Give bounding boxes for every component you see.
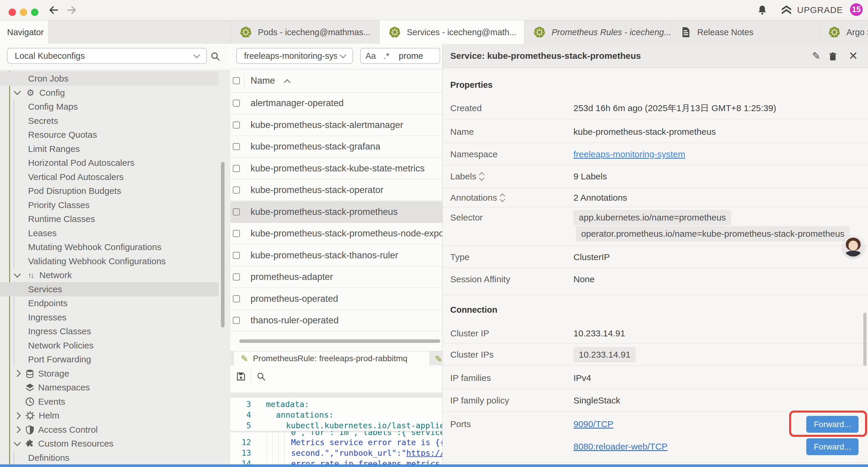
sidebar-item-pod-disruption-budgets[interactable]: Pod Disruption Budgets (0, 184, 219, 198)
close-icon[interactable]: ✕ (847, 49, 860, 62)
row-checkbox[interactable] (233, 230, 240, 237)
row-checkbox[interactable] (233, 186, 240, 194)
runbook-url-link[interactable]: https://net (406, 448, 442, 458)
sidebar-item-port-forwarding[interactable]: Port Forwarding (0, 352, 219, 367)
sidebar-item-definitions[interactable]: Definitions (0, 451, 219, 465)
sidebar-item-network[interactable]: ↑↓ Network (0, 268, 219, 282)
service-row[interactable]: kube-prometheus-stack-thanos-ruler (230, 245, 442, 266)
window-minimize-light[interactable] (20, 8, 27, 16)
sidebar-item-mutating-webhook-configurations[interactable]: Mutating Webhook Configurations (0, 240, 219, 254)
row-checkbox[interactable] (233, 165, 240, 172)
sidebar-item-limit-ranges[interactable]: Limit Ranges (0, 142, 219, 156)
window-close-light[interactable] (8, 8, 16, 16)
regex-toggle[interactable]: .* (383, 51, 389, 61)
tab-pods[interactable]: Pods - icecheng@mathmas... (231, 20, 380, 44)
service-row[interactable]: kube-prometheus-stack-alertmanager (230, 114, 442, 136)
chevron-expanded-icon[interactable] (13, 88, 21, 95)
sidebar-item-priority-classes[interactable]: Priority Classes (0, 198, 219, 212)
delete-trash-icon[interactable] (828, 51, 838, 62)
chevron-expanded-icon[interactable] (13, 439, 21, 446)
back-arrow-icon[interactable] (48, 4, 59, 16)
service-row[interactable]: prometheus-operated (230, 288, 442, 310)
sidebar-item-secrets[interactable]: Secrets (0, 114, 219, 128)
unfold-icon[interactable] (480, 173, 484, 180)
notifications-bell-icon[interactable] (756, 4, 768, 16)
sidebar-item-horizontal-pod-autoscalers[interactable]: Horizontal Pod Autoscalers (0, 156, 219, 170)
sidebar-item-network-policies[interactable]: Network Policies (0, 339, 219, 353)
chevron-expanded-icon[interactable] (13, 270, 21, 278)
sidebar-item-events[interactable]: Events (0, 395, 219, 409)
detail-scrollbar[interactable] (863, 313, 867, 366)
search-icon[interactable] (210, 52, 220, 61)
name-column-header[interactable]: Name (251, 76, 275, 86)
service-row[interactable]: prometheus-adapter (230, 266, 442, 288)
search-box[interactable]: Aa .* prome (360, 48, 440, 64)
row-checkbox[interactable] (233, 295, 240, 302)
service-row[interactable]: thanos-ruler-operated (230, 310, 442, 331)
match-case-toggle[interactable]: Aa (366, 51, 376, 61)
row-checkbox[interactable] (233, 99, 240, 107)
sidebar-item-access-control[interactable]: Access Control (0, 423, 219, 437)
sidebar-item-cron-jobs[interactable]: Cron Jobs (0, 71, 219, 86)
save-icon[interactable] (236, 371, 246, 381)
forward-arrow-icon[interactable] (66, 4, 77, 16)
row-checkbox[interactable] (233, 121, 240, 128)
sidebar-scrollbar[interactable] (221, 162, 224, 327)
port-link-9090[interactable]: 9090/TCP (574, 419, 613, 430)
namespace-select[interactable]: freeleaps-monitoring-system (236, 48, 353, 64)
sidebar-item-config-maps[interactable]: Config Maps (0, 99, 219, 114)
sidebar-item-ingress-classes[interactable]: Ingress Classes (0, 324, 219, 339)
row-checkbox[interactable] (233, 252, 240, 259)
row-checkbox[interactable] (233, 317, 240, 324)
service-row[interactable]: alertmanager-operated (230, 92, 442, 114)
service-row[interactable]: kube-prometheus-stack-kube-state-metrics (230, 158, 442, 179)
horizontal-scrollbar[interactable] (239, 339, 440, 343)
sidebar-item-config[interactable]: ⚙ Config (0, 86, 219, 100)
edit-pencil-icon[interactable]: ✎ (435, 354, 442, 364)
upgrade-button[interactable]: UPGRADE (780, 0, 843, 20)
annotations-value[interactable]: 2 Annotations (574, 193, 627, 203)
row-checkbox[interactable] (233, 143, 240, 150)
tab-release-notes[interactable]: Release Notes (671, 20, 819, 44)
sidebar-item-leases[interactable]: Leases (0, 226, 219, 240)
service-row[interactable]: kube-prometheus-stack-prometheus-node-ex… (230, 223, 442, 244)
tab-services[interactable]: Services - icecheng@math... ✕ (380, 20, 524, 44)
kubeconfig-select[interactable]: Local Kubeconfigs (7, 48, 207, 64)
sidebar-item-validating-webhook-configurations[interactable]: Validating Webhook Configurations (0, 254, 219, 268)
sidebar-item-runtime-classes[interactable]: Runtime Classes (0, 212, 219, 226)
row-checkbox[interactable] (233, 208, 240, 215)
sidebar-item-storage[interactable]: Storage (0, 367, 219, 381)
editor-tab-prometheusrule[interactable]: ✎ PrometheusRule: freeleaps-prod-rabbitm… (234, 351, 430, 366)
forward-button[interactable]: Forward... (806, 438, 859, 455)
sidebar-item-custom-resources[interactable]: Custom Resources (0, 437, 219, 451)
service-row[interactable]: kube-prometheus-stack-operator (230, 179, 442, 201)
row-checkbox[interactable] (233, 273, 240, 281)
unfold-icon[interactable] (500, 194, 504, 201)
assistant-avatar[interactable] (843, 236, 864, 257)
sort-ascending-icon[interactable] (284, 79, 291, 86)
namespace-link[interactable]: freeleaps-monitoring-system (574, 149, 685, 159)
labels-value[interactable]: 9 Labels (574, 171, 607, 182)
chevron-collapsed-icon[interactable] (13, 426, 21, 433)
service-row[interactable]: kube-prometheus-stack-grafana (230, 136, 442, 157)
chevron-collapsed-icon[interactable] (13, 412, 21, 419)
select-all-checkbox[interactable] (233, 77, 240, 84)
sidebar-item-vertical-pod-autoscalers[interactable]: Vertical Pod Autoscalers (0, 170, 219, 184)
window-zoom-light[interactable] (31, 8, 38, 16)
port-link-8080[interactable]: 8080:reloader-web/TCP (574, 441, 668, 452)
search-input[interactable]: prome (399, 51, 423, 61)
tab-argo[interactable]: Argo Se (819, 20, 868, 44)
editor-search-icon[interactable] (256, 372, 266, 381)
sidebar-item-endpoints[interactable]: Endpoints (0, 296, 219, 310)
sidebar-item-helm[interactable]: Helm (0, 408, 219, 423)
sidebar-item-ingresses[interactable]: Ingresses (0, 310, 219, 324)
sidebar-item-services[interactable]: Services (0, 282, 219, 296)
tab-prometheus-rules[interactable]: Prometheus Rules - icecheng... (524, 20, 671, 44)
navigator-tab[interactable]: Navigator (0, 20, 48, 44)
sidebar-item-namespaces[interactable]: Namespaces (0, 380, 219, 395)
sidebar-item-resource-quotas[interactable]: Resource Quotas (0, 128, 219, 142)
edit-pencil-icon[interactable]: ✎ (810, 49, 823, 62)
notification-count-badge[interactable]: 15 (850, 3, 863, 16)
yaml-editor[interactable]: 3 metadata: 4 annotations: 5 kubectl.kub… (230, 398, 442, 467)
chevron-collapsed-icon[interactable] (13, 370, 21, 377)
